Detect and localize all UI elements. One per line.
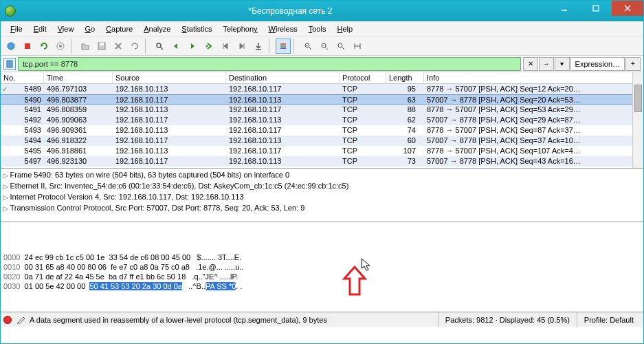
- svg-rect-5: [25, 43, 30, 49]
- start-capture-icon[interactable]: [3, 39, 19, 54]
- menu-file[interactable]: File: [5, 23, 28, 34]
- packet-row[interactable]: 5494496.918322192.168.10.117192.168.10.1…: [1, 136, 643, 146]
- svg-rect-9: [100, 43, 104, 45]
- filter-buttons: ✕ → ▾ Expression… +: [523, 57, 641, 71]
- svg-point-7: [59, 45, 62, 47]
- svg-point-4: [8, 43, 14, 50]
- packet-row[interactable]: 5492496.909063192.168.10.117192.168.10.1…: [1, 115, 643, 125]
- window-buttons: [548, 1, 643, 16]
- expression-button[interactable]: Expression…: [570, 57, 625, 71]
- zoom-out-icon[interactable]: −: [317, 39, 332, 54]
- open-file-icon[interactable]: [78, 39, 93, 54]
- svg-line-20: [309, 47, 311, 50]
- menu-statistics[interactable]: Statistics: [176, 23, 217, 34]
- status-profile[interactable]: Profile: Default: [577, 312, 641, 327]
- svg-point-14: [206, 45, 208, 47]
- col-header-no[interactable]: No.: [1, 72, 44, 83]
- save-file-icon[interactable]: [94, 39, 109, 54]
- go-to-packet-icon[interactable]: [201, 39, 216, 54]
- reload-icon[interactable]: [127, 39, 142, 54]
- window-title: *Беспроводная сеть 2: [20, 6, 561, 16]
- menu-capture[interactable]: Capture: [100, 23, 138, 34]
- svg-text:+: +: [306, 43, 309, 47]
- packet-row[interactable]: 5490496.803877192.168.10.117192.168.10.1…: [1, 94, 643, 105]
- col-header-time[interactable]: Time: [44, 72, 113, 83]
- toolbar-separator: [145, 39, 149, 54]
- scrollbar[interactable]: [632, 72, 643, 168]
- bookmark-filter-icon[interactable]: [3, 58, 16, 70]
- clear-filter-icon[interactable]: ✕: [523, 57, 538, 71]
- col-header-protocol[interactable]: Protocol: [340, 72, 386, 83]
- recent-filters-icon[interactable]: ▾: [555, 57, 570, 71]
- zoom-reset-icon[interactable]: [333, 39, 348, 54]
- restart-capture-icon[interactable]: [36, 39, 52, 54]
- apply-filter-icon[interactable]: →: [539, 57, 554, 71]
- title-bar: *Беспроводная сеть 2: [1, 1, 643, 21]
- go-last-icon[interactable]: [234, 39, 249, 54]
- hex-line[interactable]: 0000 24 ec 99 cb 1c c5 00 1e 33 54 de c6…: [3, 252, 641, 262]
- toolbar-separator: [269, 39, 273, 54]
- go-first-icon[interactable]: [218, 39, 233, 54]
- col-header-length[interactable]: Length: [386, 72, 424, 83]
- packet-row[interactable]: 5493496.909361192.168.10.113192.168.10.1…: [1, 125, 643, 136]
- menu-telephony[interactable]: Telephony: [217, 23, 263, 34]
- go-forward-icon[interactable]: [185, 39, 200, 54]
- col-header-info[interactable]: Info: [424, 72, 643, 83]
- svg-line-13: [160, 47, 163, 50]
- detail-line[interactable]: Ethernet II, Src: Inventec_54:de:c6 (00:…: [3, 181, 641, 192]
- filter-bar: ✕ → ▾ Expression… +: [1, 56, 643, 72]
- packet-row[interactable]: 5497496.923130192.168.10.117192.168.10.1…: [1, 156, 643, 166]
- status-packets: Packets: 9812 · Displayed: 45 (0.5%): [438, 312, 577, 327]
- menu-tools[interactable]: Tools: [303, 23, 332, 34]
- menu-wireless[interactable]: Wireless: [263, 23, 303, 34]
- detail-line[interactable]: Frame 5490: 63 bytes on wire (504 bits),…: [3, 170, 641, 181]
- packet-row[interactable]: 5495496.918861192.168.10.113192.168.10.1…: [1, 146, 643, 156]
- close-button[interactable]: [612, 1, 643, 16]
- toolbar-separator: [71, 39, 75, 54]
- find-icon[interactable]: [152, 39, 167, 54]
- add-filter-button[interactable]: +: [625, 57, 641, 71]
- svg-rect-30: [7, 61, 12, 67]
- zoom-in-icon[interactable]: +: [300, 39, 315, 54]
- col-header-destination[interactable]: Destination: [226, 72, 340, 83]
- svg-rect-1: [593, 6, 599, 11]
- hex-line[interactable]: 0020 0a 71 de af 22 4a 45 5e ba d7 ff e1…: [3, 272, 641, 281]
- app-icon: [5, 6, 16, 17]
- edit-icon[interactable]: [16, 315, 25, 325]
- toolbar-separator: [293, 39, 298, 54]
- close-file-icon[interactable]: [111, 39, 126, 54]
- menu-view[interactable]: View: [52, 23, 80, 34]
- status-message: A data segment used in reassembly of a l…: [30, 316, 327, 324]
- menu-analyze[interactable]: Analyze: [138, 23, 176, 34]
- maximize-button[interactable]: [580, 1, 612, 16]
- resize-columns-icon[interactable]: [350, 39, 365, 54]
- svg-line-23: [325, 47, 328, 50]
- display-filter-input[interactable]: [18, 57, 521, 71]
- packet-list[interactable]: No. Time Source Destination Protocol Len…: [1, 72, 643, 169]
- status-bar: A data segment used in reassembly of a l…: [1, 312, 643, 327]
- svg-text:−: −: [322, 43, 325, 47]
- go-back-icon[interactable]: [168, 39, 184, 54]
- packet-list-header: No. Time Source Destination Protocol Len…: [1, 72, 643, 84]
- expert-info-icon[interactable]: [3, 316, 12, 324]
- hex-line[interactable]: 0030 01 00 5e 42 00 00 50 41 53 53 20 2a…: [3, 281, 641, 291]
- col-header-source[interactable]: Source: [113, 72, 226, 83]
- stop-capture-icon[interactable]: [20, 39, 35, 54]
- detail-line[interactable]: Transmission Control Protocol, Src Port:…: [3, 203, 641, 214]
- toolbar: + −: [1, 36, 643, 56]
- menu-edit[interactable]: Edit: [28, 23, 52, 34]
- svg-line-26: [342, 47, 344, 50]
- menu-go[interactable]: Go: [79, 23, 100, 34]
- packet-row[interactable]: 5491496.808359192.168.10.113192.168.10.1…: [1, 105, 643, 115]
- auto-scroll-icon[interactable]: [251, 39, 266, 54]
- hex-line[interactable]: 0010 00 31 65 a8 40 00 80 06 fe e7 c0 a8…: [3, 262, 641, 272]
- cursor-icon: [361, 258, 373, 272]
- detail-line[interactable]: Internet Protocol Version 4, Src: 192.16…: [3, 192, 641, 203]
- menu-help[interactable]: Help: [331, 23, 358, 34]
- packet-row[interactable]: ✓5489496.797103192.168.10.113192.168.10.…: [1, 84, 643, 94]
- minimize-button[interactable]: [548, 1, 580, 16]
- capture-options-icon[interactable]: [53, 39, 68, 54]
- hex-pane[interactable]: 0000 24 ec 99 cb 1c c5 00 1e 33 54 de c6…: [1, 222, 643, 312]
- colorize-icon[interactable]: [276, 39, 291, 54]
- packet-details[interactable]: Frame 5490: 63 bytes on wire (504 bits),…: [1, 169, 643, 222]
